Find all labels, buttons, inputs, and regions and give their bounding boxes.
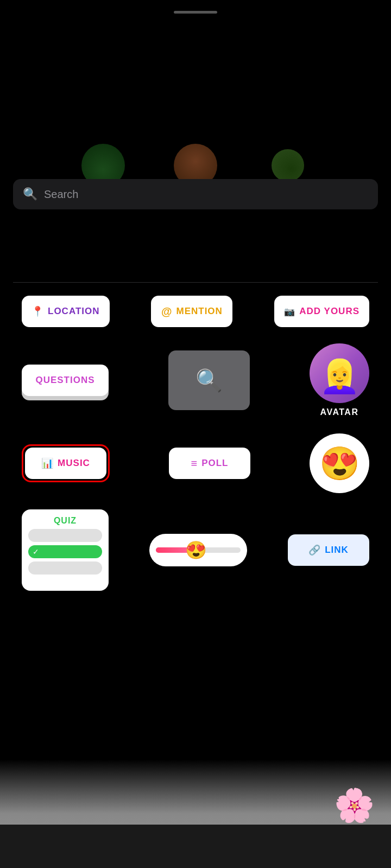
bottom-bar (0, 825, 391, 868)
section-divider (13, 282, 378, 283)
sticker-location[interactable]: 📍 LOCATION (22, 296, 110, 327)
link-icon: 🔗 (308, 544, 320, 556)
sticker-addyours[interactable]: 📷 ADD YOURS (274, 296, 369, 327)
emoji-reaction-face: 😍 (319, 444, 360, 483)
location-icon: 📍 (31, 305, 43, 317)
quiz-option-1 (28, 529, 102, 542)
quiz-check-icon: ✓ (33, 547, 39, 556)
sticker-row-3: 📊 MUSIC ≡ POLL 😍 (22, 433, 369, 493)
camera-preview-area (0, 0, 391, 201)
search-sticker-icon: 🔍 (195, 368, 223, 393)
sticker-poll[interactable]: ≡ POLL (169, 448, 250, 479)
sticker-mention[interactable]: @ MENTION (151, 296, 232, 327)
sticker-row-2: QUESTIONS 🔍 👱‍♀️ AVATAR (22, 343, 369, 417)
addyours-label: ADD YOURS (299, 306, 360, 317)
search-icon: 🔍 (23, 187, 37, 201)
sticker-search[interactable]: 🔍 (168, 350, 250, 410)
mention-icon: @ (161, 305, 172, 318)
slider-emoji: 😍 (185, 540, 207, 560)
sticker-link[interactable]: 🔗 LINK (288, 534, 369, 566)
sticker-quiz[interactable]: QUIZ ✓ (22, 509, 109, 591)
poll-icon: ≡ (191, 457, 197, 470)
sticker-grid: 📍 LOCATION @ MENTION 📷 ADD YOURS QUESTIO… (0, 296, 391, 607)
quiz-option-correct: ✓ (28, 545, 102, 558)
link-label: LINK (325, 545, 349, 556)
search-input-placeholder: Search (44, 188, 78, 201)
avatar-label: AVATAR (320, 407, 359, 417)
drag-handle[interactable] (174, 11, 217, 14)
quiz-title: QUIZ (28, 516, 102, 526)
poll-label: POLL (201, 458, 228, 469)
sticker-row-1: 📍 LOCATION @ MENTION 📷 ADD YOURS (22, 296, 369, 327)
addyours-icon: 📷 (284, 307, 295, 317)
mention-label: MENTION (176, 306, 222, 317)
sticker-avatar[interactable]: 👱‍♀️ AVATAR (310, 343, 369, 417)
location-label: LOCATION (48, 306, 100, 317)
sticker-music[interactable]: 📊 MUSIC (22, 444, 110, 482)
search-container: 🔍 Search (13, 179, 378, 209)
search-bar[interactable]: 🔍 Search (13, 179, 378, 209)
questions-label: QUESTIONS (35, 375, 94, 386)
sticker-emoji-reaction[interactable]: 😍 (310, 433, 369, 493)
sticker-slider[interactable]: 😍 (149, 534, 247, 566)
flower-decoration: 🌸 (334, 786, 375, 825)
avatar-emoji: 👱‍♀️ (319, 357, 360, 395)
quiz-option-3 (28, 561, 102, 575)
sticker-questions[interactable]: QUESTIONS (22, 365, 109, 396)
avatar-circle: 👱‍♀️ (310, 343, 369, 403)
music-icon: 📊 (41, 457, 53, 469)
sticker-row-4: QUIZ ✓ 😍 🔗 LINK (22, 509, 369, 591)
music-label: MUSIC (58, 458, 90, 469)
